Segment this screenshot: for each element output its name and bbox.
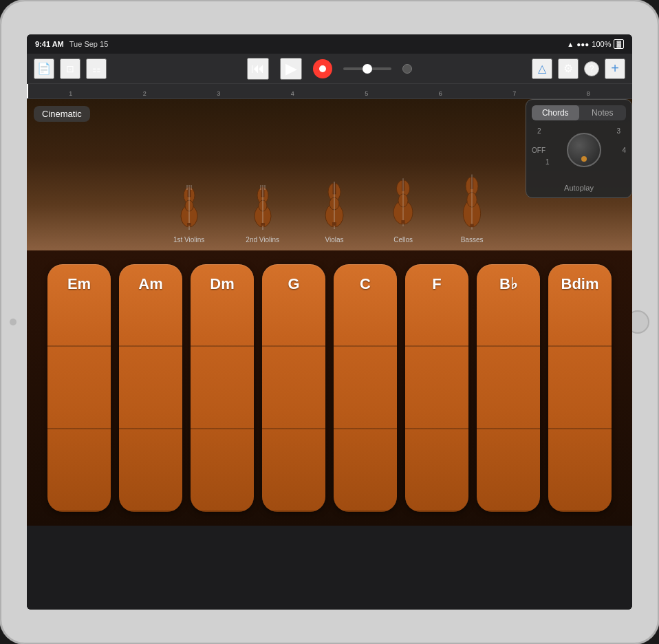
chord-name-c: C: [360, 275, 371, 293]
tab-notes[interactable]: Notes: [579, 105, 627, 120]
chord-name-bdim: Bdim: [561, 275, 599, 293]
instrument-violas[interactable]: Violas: [321, 178, 348, 244]
instrument-2nd-violins[interactable]: 2nd Violins: [246, 178, 279, 244]
status-date: Tue Sep 15: [69, 40, 108, 48]
dial-indicator: [581, 156, 587, 162]
instrument-label-2nd-violins: 2nd Violins: [246, 236, 279, 244]
chord-button-am[interactable]: Am: [119, 264, 182, 512]
status-right: ▲ ●●● 100% ▓: [567, 39, 624, 49]
new-song-button[interactable]: 📄: [34, 58, 54, 79]
mixer-button[interactable]: ⚏: [86, 58, 107, 79]
instrument-label-violas: Violas: [325, 236, 344, 244]
dial-num-4: 4: [622, 147, 626, 154]
settings-button[interactable]: ⚙: [558, 58, 579, 79]
main-content: Cinematic Chords Notes 2 3 OFF: [27, 99, 632, 610]
instrument-img-cello: [389, 178, 417, 233]
record-dot: [319, 65, 326, 72]
tracks-view-button[interactable]: ⊡: [60, 58, 80, 79]
chord-name-em: Em: [67, 275, 91, 293]
instrument-label-cellos: Cellos: [393, 236, 413, 244]
ipad-screen: 9:41 AM Tue Sep 15 ▲ ●●● 100% ▓ 📄 ⊡ ⚏ ⏮ …: [27, 34, 632, 610]
chord-button-c[interactable]: C: [334, 264, 397, 512]
ruler-mark-6: 6: [404, 90, 478, 98]
cinematic-label[interactable]: Cinematic: [34, 106, 90, 122]
chord-name-f: F: [432, 275, 441, 293]
wifi-icon: ▲: [567, 41, 574, 48]
ruler-mark-1: 1: [34, 90, 108, 98]
chord-button-bb[interactable]: B♭: [477, 264, 540, 512]
signal-icon: ●●●: [576, 41, 589, 48]
chord-button-em[interactable]: Em: [47, 264, 111, 512]
ruler-mark-4: 4: [256, 90, 330, 98]
dial-num-1: 1: [545, 158, 550, 166]
status-time: 9:41 AM: [35, 40, 64, 48]
instrument-1st-violins[interactable]: 1st Violins: [173, 178, 204, 244]
autoplay-panel: Chords Notes 2 3 OFF 4: [526, 99, 632, 198]
volume-slider[interactable]: [343, 67, 391, 70]
chord-name-g: G: [288, 275, 299, 293]
dial-num-3: 3: [616, 127, 620, 135]
autoplay-dial[interactable]: [567, 133, 601, 167]
instrument-cellos[interactable]: Cellos: [389, 178, 417, 244]
instrument-basses[interactable]: Basses: [458, 178, 486, 244]
autoplay-dial-area: 2 3 OFF 4 1: [532, 126, 626, 181]
side-dot: [10, 319, 17, 325]
chord-name-am: Am: [138, 275, 162, 293]
playhead: [27, 84, 28, 98]
chord-button-dm[interactable]: Dm: [191, 264, 254, 512]
stage-area: Cinematic Chords Notes 2 3 OFF: [27, 99, 632, 250]
tab-chords[interactable]: Chords: [532, 105, 579, 120]
volume-thumb: [363, 64, 372, 74]
dial-num-2: 2: [537, 127, 541, 135]
ruler-mark-8: 8: [552, 90, 626, 98]
chords-area: Em Am Dm G C F B♭: [27, 250, 632, 526]
ruler-mark-5: 5: [330, 90, 404, 98]
instrument-img-violin2: [249, 178, 277, 233]
rewind-button[interactable]: ⏮: [247, 58, 269, 80]
svg-rect-21: [332, 222, 336, 226]
toolbar-left: 📄 ⊡ ⚏: [34, 58, 107, 79]
toolbar: 📄 ⊡ ⚏ ⏮ ▶ △ ⚙ ? +: [27, 54, 632, 84]
svg-rect-7: [187, 223, 191, 226]
battery-text: 100%: [592, 40, 611, 48]
instrument-img-viola: [321, 178, 348, 233]
instrument-label-basses: Basses: [461, 236, 484, 244]
svg-rect-15: [261, 223, 265, 226]
autoplay-label: Autoplay: [532, 184, 626, 192]
instrument-img-violin1: [175, 178, 203, 233]
ruler-marks: 1 2 3 4 5 6 7 8: [34, 90, 625, 98]
battery-icon: ▓: [614, 39, 624, 49]
dial-off-label: OFF: [532, 147, 545, 154]
status-bar: 9:41 AM Tue Sep 15 ▲ ●●● 100% ▓: [27, 34, 632, 54]
chord-button-f[interactable]: F: [405, 264, 468, 512]
toolbar-right: △ ⚙ ? +: [532, 58, 625, 79]
add-track-button[interactable]: +: [605, 58, 625, 79]
smart-controls-button[interactable]: △: [532, 58, 552, 79]
timeline-ruler: 1 2 3 4 5 6 7 8: [27, 84, 632, 99]
chord-name-dm: Dm: [210, 275, 234, 293]
chords-notes-tabs: Chords Notes: [532, 105, 626, 120]
instrument-label-1st-violins: 1st Violins: [173, 236, 204, 244]
play-button[interactable]: ▶: [280, 58, 302, 80]
chord-name-bb: B♭: [499, 275, 517, 293]
record-button[interactable]: [313, 59, 332, 78]
chord-button-g[interactable]: G: [262, 264, 325, 512]
help-button[interactable]: ?: [584, 61, 599, 76]
ipad-frame: 9:41 AM Tue Sep 15 ▲ ●●● 100% ▓ 📄 ⊡ ⚏ ⏮ …: [0, 0, 659, 644]
instrument-img-bass: [458, 178, 486, 233]
volume-icon: [402, 64, 412, 74]
svg-rect-27: [401, 220, 404, 224]
ruler-mark-7: 7: [477, 90, 552, 98]
chord-button-bdim[interactable]: Bdim: [548, 264, 612, 512]
toolbar-center: ⏮ ▶: [247, 58, 412, 80]
ruler-mark-2: 2: [108, 90, 182, 98]
svg-rect-33: [470, 224, 473, 228]
ruler-mark-3: 3: [182, 90, 256, 98]
